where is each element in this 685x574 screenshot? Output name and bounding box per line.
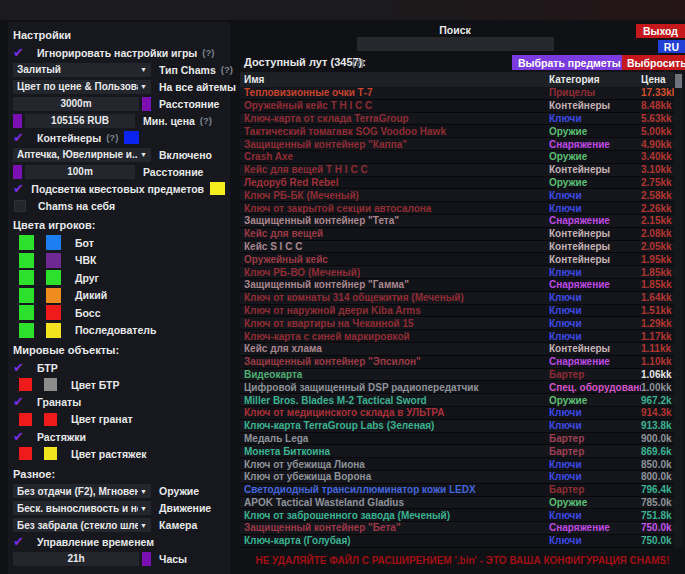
table-row[interactable]: Ключ-карта (Голубая)Ключи750.0k: [240, 535, 674, 548]
movement-dropdown[interactable]: Беск. выносливость и нет уста ▼: [13, 501, 151, 515]
table-row[interactable]: Оружейный кейсКонтейнеры1.95kk: [240, 253, 674, 266]
table-row[interactable]: Кейс для вещей T H I C CКонтейнеры3.10kk: [240, 164, 674, 177]
checkbox-tripwires[interactable]: ✔ Растяжки: [13, 428, 225, 445]
table-row[interactable]: Ключ РБ-ВО (Меченый)Ключи1.85kk: [240, 266, 674, 279]
checkbox-chams-self[interactable]: Chams на себя: [13, 197, 225, 214]
loot-name-cell: Кейс для вещей: [240, 228, 549, 239]
table-row[interactable]: Защищенный контейнер "Тета"Снаряжение2.1…: [240, 215, 674, 228]
containers-color-swatch[interactable]: [124, 131, 139, 144]
grenades-color-swatch-2[interactable]: [44, 413, 57, 426]
table-row[interactable]: Светодиодный трансиллюминатор кожи LEDXБ…: [240, 484, 674, 497]
help-hint[interactable]: (?): [200, 115, 212, 126]
drop-all-button[interactable]: Выбросить все: [622, 55, 685, 70]
column-header-name[interactable]: Имя: [240, 74, 549, 85]
table-row[interactable]: Монета БиткоинаБартер869.6k: [240, 445, 674, 458]
table-row[interactable]: Ключ от убежища ЛионаКлючи850.0k: [240, 458, 674, 471]
containers-distance-input[interactable]: 100m: [25, 165, 135, 179]
tripwires-color-swatch-1[interactable]: [19, 447, 32, 460]
table-row[interactable]: Кейс для вещейКонтейнеры2.08kk: [240, 228, 674, 241]
table-row[interactable]: Ключ РБ-БК (Меченый)Ключи2.58kk: [240, 189, 674, 202]
table-row[interactable]: Ключ от убежища ВоронаКлючи800.0k: [240, 471, 674, 484]
table-row[interactable]: ВидеокартаБартер1.06kk: [240, 369, 674, 382]
apply-mode-dropdown[interactable]: Цвет по цене & Пользователь ▼: [13, 80, 151, 94]
table-row[interactable]: Ключ-карта TerraGroup Labs (Зеленая)Ключ…: [240, 420, 674, 433]
column-header-price[interactable]: Цена: [641, 74, 674, 85]
quest-items-color-swatch[interactable]: [210, 182, 225, 195]
player-color-swatch-1[interactable]: [19, 305, 34, 320]
player-color-swatch-2[interactable]: [46, 270, 61, 285]
table-row[interactable]: Ключ-карта с синей маркировкойКлючи1.17k…: [240, 330, 674, 343]
player-color-swatch-2[interactable]: [46, 253, 61, 268]
table-row[interactable]: Ключ от заброшенного завода (Меченый)Клю…: [240, 509, 674, 522]
checkbox-ignore-game-settings[interactable]: ✔ Игнорировать настройки игры (?): [13, 44, 225, 61]
help-hint[interactable]: (?): [221, 64, 233, 75]
checkmark-icon: ✔: [13, 395, 31, 409]
table-scrollbar[interactable]: [674, 72, 683, 548]
table-row[interactable]: Цифровой защищенный DSP радиопередатчикС…: [240, 381, 674, 394]
player-color-swatch-1[interactable]: [19, 253, 34, 268]
table-row[interactable]: Ключ от комнаты 314 общежития (Меченый)К…: [240, 292, 674, 305]
table-row[interactable]: Кейс S I C CКонтейнеры2.05kk: [240, 241, 674, 254]
table-row[interactable]: Crash AxeОружие3.40kk: [240, 151, 674, 164]
min-price-color-swatch[interactable]: [13, 114, 22, 128]
table-row[interactable]: Медаль LegaБартер900.0k: [240, 433, 674, 446]
grenades-color-swatch-1[interactable]: [19, 413, 32, 426]
player-color-swatch-1[interactable]: [19, 235, 34, 250]
loot-category-cell: Бартер: [549, 369, 641, 380]
containers-distance-color-swatch[interactable]: [13, 165, 22, 179]
table-row[interactable]: Ключ от закрытой секции автосалонаКлючи2…: [240, 202, 674, 215]
player-color-swatch-2[interactable]: [46, 305, 61, 320]
table-row[interactable]: Ключ от медицинского склада в УЛЬТРАКлюч…: [240, 407, 674, 420]
hours-color-swatch[interactable]: [142, 552, 151, 566]
player-color-swatch-2[interactable]: [46, 288, 61, 303]
help-hint[interactable]: (?): [202, 47, 214, 58]
loot-name-cell: Оружейный кейс: [240, 254, 549, 265]
table-row[interactable]: Тепловизионные очки Т-7Прицелы17.33kk: [240, 87, 674, 100]
camera-dropdown[interactable]: Без забрала (стекло шлема) ▼: [13, 518, 151, 532]
btr-color-swatch-2[interactable]: [44, 378, 57, 391]
player-color-swatch-1[interactable]: [19, 323, 34, 338]
min-price-input[interactable]: 105156 RUB: [25, 114, 135, 128]
loot-price-cell: 914.3k: [641, 407, 674, 418]
chams-type-dropdown[interactable]: Залитый ▼: [13, 63, 151, 77]
scrollbar-thumb[interactable]: [675, 74, 682, 88]
hours-input[interactable]: 21h: [13, 552, 139, 566]
help-hint[interactable]: (?): [106, 132, 118, 143]
table-row[interactable]: Защищенный контейнер "Бета"Снаряжение750…: [240, 522, 674, 535]
table-row[interactable]: Кейс для хламаКонтейнеры1.11kk: [240, 343, 674, 356]
table-row[interactable]: Ключ-карта от склада TerraGroupКлючи5.63…: [240, 113, 674, 126]
btr-color-swatch-1[interactable]: [19, 378, 32, 391]
checkbox-grenades[interactable]: ✔ Гранаты: [13, 394, 225, 411]
checkbox-containers[interactable]: ✔ Контейнеры (?): [13, 129, 225, 146]
exit-button[interactable]: Выход: [636, 24, 685, 38]
table-row[interactable]: Защищенный контейнер "Гамма"Снаряжение1.…: [240, 279, 674, 292]
table-row[interactable]: Тактический томагавк SOG Voodoo HawkОруж…: [240, 125, 674, 138]
player-color-swatch-1[interactable]: [19, 270, 34, 285]
player-color-swatch-1[interactable]: [19, 288, 34, 303]
category-filter-dropdown[interactable]: Аптечка, Ювелирные и... ▼: [13, 148, 151, 162]
column-header-category[interactable]: Категория: [549, 74, 641, 85]
table-row[interactable]: Защищенный контейнер "Каппа"Снаряжение4.…: [240, 138, 674, 151]
checkbox-btr[interactable]: ✔ БТР: [13, 359, 225, 376]
table-row[interactable]: Ключ от квартиры на Чеканной 15Ключи1.29…: [240, 317, 674, 330]
table-row[interactable]: Ледоруб Red RebelОружие2.75kk: [240, 177, 674, 190]
checkbox-time-control[interactable]: ✔ Управление временем: [13, 534, 225, 551]
distance-color-swatch[interactable]: [142, 97, 151, 111]
tripwires-color-swatch-2[interactable]: [44, 447, 57, 460]
table-row[interactable]: Оружейный кейс T H I C CКонтейнеры8.48kk: [240, 100, 674, 113]
weapon-dropdown[interactable]: Без отдачи (F2), Мгновенное п ▼: [13, 484, 151, 498]
loot-category-cell: Контейнеры: [549, 241, 641, 252]
table-row[interactable]: Защищенный контейнер "Эпсилон"Снаряжение…: [240, 356, 674, 369]
player-color-swatch-2[interactable]: [46, 323, 61, 338]
table-row[interactable]: APOK Tactical Wasteland GladiusОружие785…: [240, 497, 674, 510]
table-row[interactable]: Miller Bros. Blades M-2 Tactical SwordОр…: [240, 394, 674, 407]
player-color-swatch-2[interactable]: [46, 235, 61, 250]
loot-price-cell: 1.00kk: [641, 382, 674, 393]
help-hint[interactable]: (?): [352, 57, 364, 68]
title-strip: [0, 0, 685, 20]
checkbox-quest-items[interactable]: ✔ Подсветка квестовых предметов: [13, 180, 225, 197]
table-row[interactable]: Ключ от наружной двери Kiba ArmsКлючи1.5…: [240, 305, 674, 318]
language-button[interactable]: RU: [658, 40, 685, 53]
distance-input[interactable]: 3000m: [13, 97, 139, 111]
search-input[interactable]: [357, 37, 554, 51]
